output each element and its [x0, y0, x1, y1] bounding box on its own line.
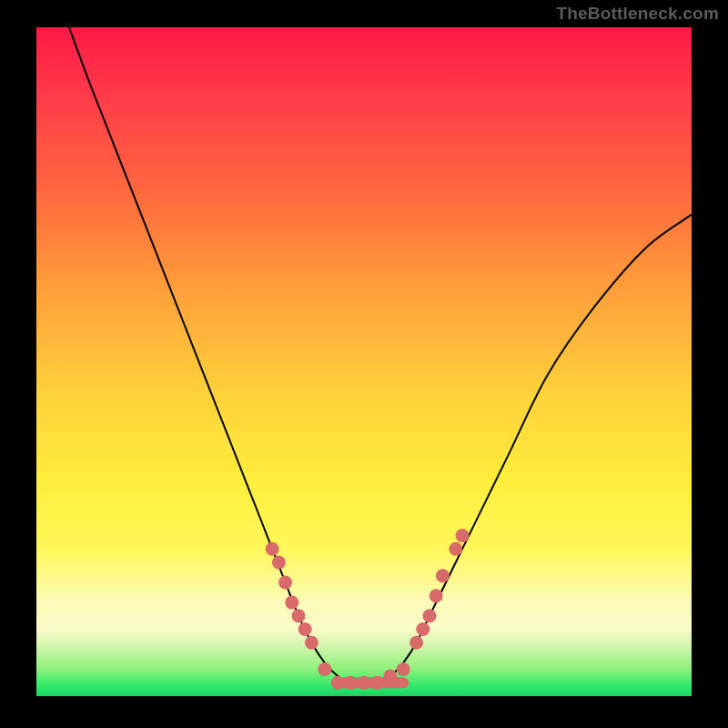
data-point [370, 676, 384, 690]
chart-frame: TheBottleneck.com [0, 0, 728, 728]
data-point [318, 662, 331, 676]
data-point [272, 556, 286, 570]
chart-svg [36, 27, 692, 696]
data-point [305, 636, 318, 650]
data-point [416, 622, 430, 636]
bottleneck-curve [69, 27, 692, 683]
data-point [383, 669, 397, 682]
data-point [436, 569, 450, 582]
data-point [292, 609, 306, 622]
data-point [344, 676, 358, 690]
plot-area [36, 27, 692, 696]
data-point [266, 542, 279, 556]
data-point [449, 542, 462, 556]
data-point [331, 676, 345, 690]
data-point [397, 662, 410, 676]
data-point [358, 676, 371, 690]
data-point [278, 576, 292, 590]
data-point [423, 609, 437, 622]
data-point [298, 622, 312, 636]
watermark-text: TheBottleneck.com [556, 4, 719, 24]
data-point [285, 596, 298, 610]
data-point [430, 589, 443, 602]
data-point [410, 636, 423, 650]
data-point [456, 529, 470, 542]
